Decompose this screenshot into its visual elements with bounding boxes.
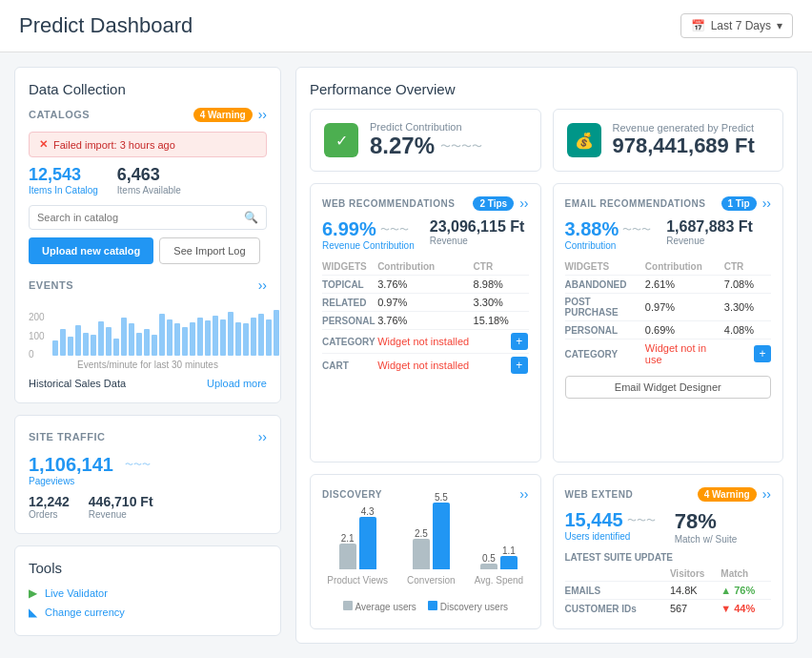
items-in-catalog-label: Items In Catalog	[29, 185, 98, 195]
email-widget-designer-button[interactable]: Email Widget Designer	[565, 376, 772, 399]
catalog-search-input[interactable]	[37, 212, 238, 223]
event-bar	[243, 323, 249, 356]
email-rec-col-widgets: WIDGETS	[565, 258, 645, 276]
widget-action[interactable]: +	[511, 354, 529, 378]
legend-avg-users: Average users	[343, 601, 416, 612]
revenue-label: Revenue	[89, 509, 153, 520]
change-currency-item[interactable]: ◣ Change currency	[29, 603, 267, 622]
match-suite-label: Match w/ Suite	[675, 534, 738, 545]
live-validator-item[interactable]: ▶ Live Validator	[29, 584, 267, 603]
event-bar	[75, 325, 81, 356]
add-widget-button[interactable]: +	[511, 333, 528, 350]
avg-bar	[413, 539, 430, 569]
table-row: PERSONAL 3.76% 15.18%	[322, 312, 529, 330]
event-bar	[98, 321, 104, 356]
event-bar	[182, 327, 188, 356]
see-import-log-button[interactable]: See Import Log	[159, 237, 259, 264]
widget-action[interactable]: +	[511, 330, 529, 354]
widget-action	[754, 294, 771, 321]
discovery-group: 0.5 1.1 Avg. Spend	[475, 545, 524, 586]
date-filter-button[interactable]: 📅 Last 7 Days ▾	[680, 13, 793, 38]
upload-catalog-button[interactable]: Upload new catalog	[29, 237, 153, 264]
email-rec-contribution-value: 3.88%	[565, 218, 619, 240]
upload-more-link[interactable]: Upload more	[207, 378, 267, 389]
event-bar	[167, 319, 173, 356]
event-bar	[159, 314, 165, 356]
disc-val: 1.1	[502, 545, 516, 556]
add-widget-button[interactable]: +	[511, 357, 528, 374]
pageviews-row: 1,106,141 〜〜〜	[29, 454, 267, 476]
site-traffic-section-label: SITE TRAFFIC	[29, 431, 106, 442]
live-validator-icon: ▶	[29, 586, 37, 600]
event-bar	[174, 323, 180, 356]
catalogs-header: CATALOGS 4 Warning ››	[29, 107, 267, 122]
web-rec-contribution-metric: 6.99% 〜〜〜 Revenue Contribution	[322, 218, 415, 251]
events-chart-area: 200 100 0	[29, 302, 267, 360]
orders-value: 12,242	[29, 494, 70, 509]
widget-action[interactable]: +	[754, 339, 771, 369]
page-title: Predict Dashboard	[19, 13, 193, 38]
bottom-row: DISCOVERY ›› 2.1 4.3 Product Views 2.5	[310, 474, 783, 629]
discovery-legend: Average users Discovery users	[322, 601, 529, 612]
catalogs-section-label: CATALOGS	[29, 109, 90, 120]
table-row: TOPICAL 3.76% 8.98%	[322, 276, 529, 294]
revenue-value: 446,710 Ft	[89, 494, 153, 509]
add-widget-button[interactable]: +	[754, 345, 771, 362]
disc-label: Conversion	[407, 575, 456, 586]
email-rec-col-ctr: CTR	[724, 258, 754, 276]
web-rec-revenue-metric: 23,096,115 Ft Revenue	[430, 218, 525, 251]
widget-name: TOPICAL	[322, 276, 377, 294]
table-row: POST PURCHASE 0.97% 3.30%	[565, 294, 772, 321]
widget-action	[511, 294, 529, 312]
event-bar	[213, 316, 218, 356]
change-currency-link[interactable]: Change currency	[45, 607, 125, 618]
web-rec-top-metrics: 6.99% 〜〜〜 Revenue Contribution 23,096,11…	[322, 218, 529, 251]
catalog-search-bar[interactable]: 🔍	[29, 205, 267, 230]
event-bar	[83, 333, 89, 356]
suite-row-visitors: 567	[670, 600, 721, 618]
event-bar	[258, 314, 264, 356]
disc-bar-wrap: 1.1	[500, 545, 518, 569]
email-rec-widgets-table: WIDGETS Contribution CTR ABANDONED 2.61%…	[565, 258, 772, 368]
pageviews-value: 1,106,141	[29, 454, 113, 476]
items-in-catalog-value: 12,543	[29, 165, 98, 185]
catalogs-expand-button[interactable]: ››	[258, 107, 267, 122]
avg-bar	[339, 544, 356, 569]
widget-name: ABANDONED	[565, 276, 645, 294]
discovery-group: 2.1 4.3 Product Views	[327, 506, 388, 586]
discovery-group: 2.5 5.5 Conversion	[407, 492, 456, 586]
site-traffic-expand-button[interactable]: ››	[258, 429, 267, 444]
widget-ctr	[724, 339, 754, 369]
performance-overview-card: Performance Overview ✓ Predict Contribut…	[295, 67, 798, 644]
web-rec-expand-button[interactable]: ››	[519, 195, 528, 211]
widget-contribution: Widget not installed	[377, 354, 473, 378]
left-panel: Data Collection CATALOGS 4 Warning ›› ✕ …	[14, 67, 281, 644]
event-bar	[121, 318, 127, 356]
catalogs-metrics: 12,543 Items In Catalog 6,463 Items Avai…	[29, 165, 267, 195]
discovery-expand-button[interactable]: ››	[519, 486, 528, 502]
items-available-metric: 6,463 Items Available	[117, 165, 181, 195]
suite-row-visitors: 14.8K	[670, 582, 721, 600]
tools-card: Tools ▶ Live Validator ◣ Change currency	[14, 545, 281, 636]
live-validator-link[interactable]: Live Validator	[45, 587, 108, 599]
table-row: CATEGORY Widget not in use +	[565, 339, 772, 369]
disc-label: Product Views	[327, 575, 388, 586]
avg-val: 2.5	[415, 528, 428, 539]
event-bar	[106, 327, 112, 356]
disc-bar-wrap: 4.3	[359, 506, 376, 569]
web-extend-expand-button[interactable]: ››	[762, 486, 771, 502]
calendar-icon: 📅	[691, 19, 705, 32]
widget-action	[754, 276, 771, 294]
email-rec-expand-button[interactable]: ››	[762, 195, 771, 211]
events-expand-button[interactable]: ››	[258, 278, 267, 293]
performance-overview-title: Performance Overview	[310, 81, 783, 97]
widget-ctr: 3.30%	[474, 294, 511, 312]
email-rec-title: EMAIL RECOMMENDATIONS	[565, 198, 706, 209]
suite-row-match: ▼ 44%	[721, 600, 771, 618]
event-bar	[52, 340, 58, 356]
web-rec-header: WEB RECOMMENDATIONS 2 Tips ››	[322, 195, 529, 211]
event-bar	[113, 339, 119, 356]
table-row: RELATED 0.97% 3.30%	[322, 294, 529, 312]
email-rec-header: EMAIL RECOMMENDATIONS 1 Tip ››	[565, 195, 772, 211]
revenue-metric: 446,710 Ft Revenue	[89, 494, 153, 520]
